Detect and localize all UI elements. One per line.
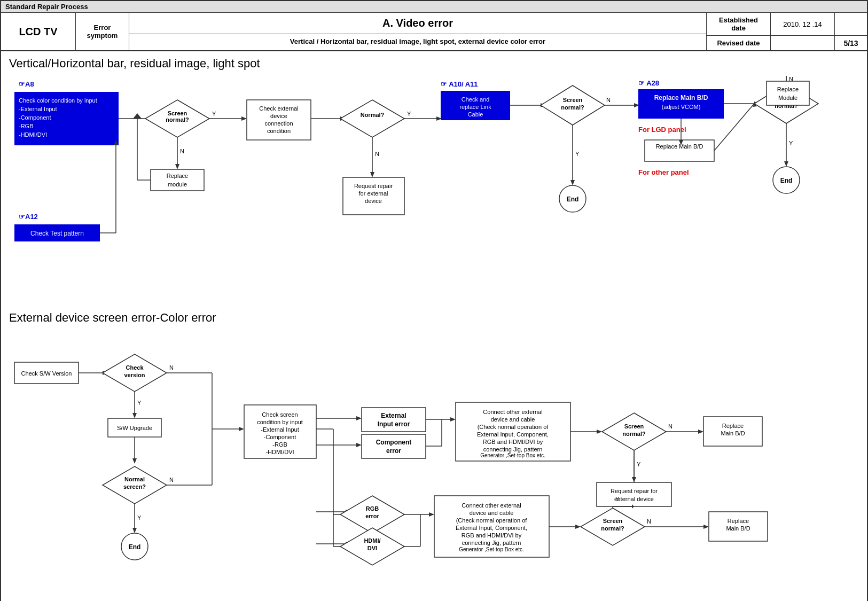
blue-box-1-line2: -External Input [19, 106, 57, 112]
box-check-ext-t4: condition [267, 128, 291, 134]
box-c2-t7: Generator ,Set-top Box etc. [459, 547, 524, 552]
arrowhead-d2-n [370, 172, 374, 177]
page: Standard Repair Process LCD TV Error sym… [0, 0, 868, 601]
ref-a12: ☞A12 [19, 213, 38, 221]
box-rr-t2: external device [614, 496, 654, 502]
label-sn1-n: N [668, 423, 672, 430]
header-revised-label: Revised date [707, 36, 771, 50]
header-process-title: Standard Repair Process [1, 1, 867, 13]
label-d1-n: N [180, 148, 184, 154]
box-component-error [362, 434, 426, 458]
header-error-label: Error symptom [76, 13, 129, 50]
box-c1-t4: External Input, Component, [477, 431, 549, 438]
ref-a8-icon: ☞A8 [19, 80, 34, 88]
diamond-2-text1: Normal? [361, 112, 385, 118]
section1-title: Vertical/Horizontal bar, residual image,… [9, 57, 859, 71]
box-request-repair-t3: device [365, 198, 382, 204]
box-rm2-t2: Main B/D [726, 525, 750, 532]
label-d2-y: Y [407, 111, 411, 117]
section1-flowchart: ☞A8 Check color condition by input -Exte… [9, 76, 859, 306]
blue-box-1-line1: Check color condition by input [19, 97, 97, 104]
header-main-title: A. Video error [129, 13, 706, 34]
content: Vertical/Horizontal bar, residual image,… [1, 51, 867, 601]
box-c1-t3: (Check normal operation of [478, 424, 549, 430]
box-c2-t4: External Input, Component, [456, 525, 527, 531]
blue-box-4-text: Check Test pattern [30, 230, 84, 237]
diamond-hdmi-t1: HDMI/ [364, 537, 380, 544]
box-replace-module-topright-t1: Replace [777, 86, 799, 92]
box-rm1-t2: Main B/D [721, 430, 745, 436]
arrowhead-rm-d1 [133, 113, 142, 119]
header-revised-date [771, 36, 835, 50]
diamond-rgb-t2: error [365, 513, 379, 519]
blue-box-3-t1: Replace Main B/D [654, 94, 708, 102]
header-established-row: Established date 2010. 12 .14 [707, 13, 867, 36]
box-csc-t4: -Component [264, 434, 296, 440]
section1-svg: ☞A8 Check color condition by input -Exte… [9, 76, 858, 300]
arrowhead-ns-y [132, 528, 137, 533]
label-d3-y: Y [575, 151, 580, 157]
box-csc-t6: -HDMI/DVI [265, 449, 294, 455]
header-right: Established date 2010. 12 .14 Revised da… [707, 13, 867, 50]
box-rm2-t1: Replace [728, 518, 749, 524]
box-check-ext-t3: connection [264, 120, 293, 127]
arrowhead-cv-y [132, 413, 137, 418]
blue-box-3-t2: (adjust VCOM) [662, 104, 701, 110]
arrowhead-to-c2 [429, 512, 434, 517]
box-ext-input-error-t1: External [381, 412, 406, 419]
label-ns-y: Y [137, 514, 142, 521]
blue-box-2-t2: replace Link [459, 104, 491, 110]
arrowhead-sn2-n [703, 525, 709, 529]
box-c2-t1: Connect other external [462, 502, 521, 509]
box-request-repair-t1: Request repair [354, 183, 393, 189]
label-d4-y: Y [789, 140, 793, 146]
box-rr-t1: Request repair for [611, 488, 658, 494]
box-replace-module-left-t2: module [168, 181, 187, 188]
diamond-1-text2: normal? [166, 116, 189, 123]
header-main: LCD TV Error symptom A. Video error Vert… [1, 13, 867, 50]
box-rm1-t1: Replace [722, 423, 744, 429]
box-c1-t6: connecting Jig, pattern [483, 446, 543, 452]
diamond-cv-t2: version [124, 372, 145, 378]
box-comp-error-t1: Component [376, 439, 412, 446]
diamond-rgb-t1: RGB [366, 505, 379, 512]
ref-a28: ☞ A28 [638, 79, 659, 87]
box-csc-t1: Check screen [262, 411, 298, 418]
box-c1-t2: device and cable [491, 416, 535, 423]
blue-box-1-line5: -HDMI/DVI [19, 131, 47, 138]
label-sn2-y: Y [615, 496, 620, 502]
box-csc-t3: -External Input [261, 426, 299, 433]
header-center: A. Video error Vertical / Horizontal bar… [129, 13, 707, 50]
box-csc-t2: condition by input [257, 419, 303, 425]
label-sn2-n: N [647, 518, 651, 525]
diamond-3-text2: normal? [561, 104, 584, 111]
box-check-ext-t1: Check external [259, 105, 298, 112]
ref-a10-a11: ☞ A10/ A11 [441, 80, 478, 88]
section2-flowchart: Check S/W Version Check version N Y [9, 330, 859, 601]
diamond-ns-t1: Normal [124, 476, 145, 482]
section2-title: External device screen error-Color error [9, 311, 859, 325]
box-ext-input-error [362, 408, 426, 432]
diamond-1-text1: Screen [168, 110, 187, 116]
label-ns-n: N [169, 477, 174, 483]
arrowhead-d1-y [241, 116, 247, 121]
box-sw-upgrade-text: S/W Upgrade [117, 425, 152, 431]
arrowhead-to-connect1 [450, 417, 456, 422]
diamond-sn1-t2: normal? [622, 431, 646, 437]
end-circle-1-text: End [780, 177, 793, 184]
arrowhead-comp-error [356, 443, 362, 447]
header-established-date: 2010. 12 .14 [771, 13, 835, 35]
end-circle-s2-text: End [129, 543, 141, 551]
diamond-ns-t2: screen? [123, 483, 146, 490]
diamond-3-text1: Screen [563, 97, 583, 103]
end-circle-2-text: End [567, 196, 579, 203]
arrowhead-c1-sn1 [597, 430, 602, 434]
arrowhead-d1-n [175, 164, 179, 169]
header-device: LCD TV [1, 13, 76, 50]
label-sn1-y: Y [637, 461, 641, 467]
arrowhead-to-check-screen [239, 427, 244, 431]
label-cv-y: Y [137, 400, 142, 406]
box-request-repair-t2: for external [358, 190, 388, 197]
blue-box-1-line3: -Component [19, 114, 51, 121]
box-request-repair-s2 [597, 482, 671, 506]
